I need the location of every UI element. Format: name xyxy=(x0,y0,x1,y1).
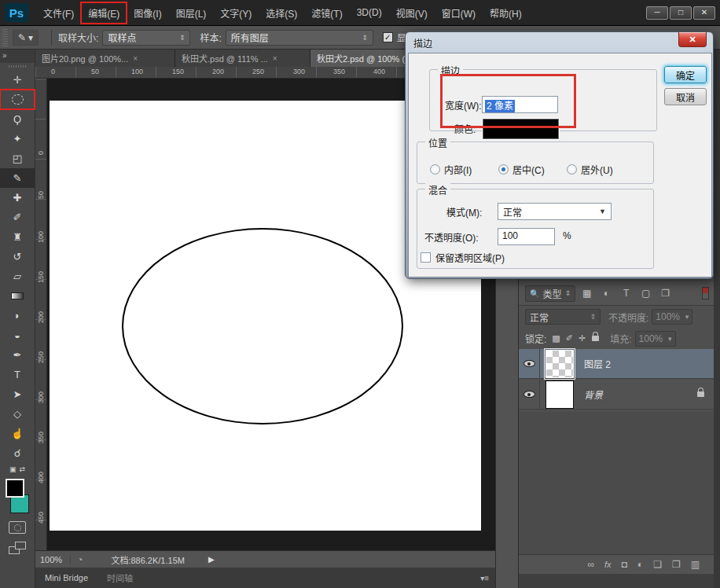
document-tab-2[interactable]: 秋田犬.psd @ 111% ... × xyxy=(175,50,310,67)
fill-field[interactable]: 100% ▾ xyxy=(635,331,676,347)
adjustment-layer-icon[interactable]: ◐ xyxy=(637,559,643,570)
magic-wand-tool[interactable]: ✦ xyxy=(0,129,35,149)
menu-view[interactable]: 视图(V) xyxy=(389,2,435,24)
eyedropper-tool[interactable]: ✎ xyxy=(0,168,35,188)
layer-thumbnail[interactable] xyxy=(546,381,573,408)
layer-row-background[interactable]: 背景 xyxy=(519,380,714,410)
sample-select[interactable]: 所有图层 ⇕ xyxy=(226,30,373,46)
dialog-title: 描边 xyxy=(413,36,432,50)
minimize-button[interactable]: ─ xyxy=(646,6,668,20)
menu-layer[interactable]: 图层(L) xyxy=(169,2,214,24)
new-layer-icon[interactable]: ❐ xyxy=(672,559,681,570)
gradient-tool[interactable] xyxy=(0,286,35,306)
visibility-cell[interactable] xyxy=(519,349,540,379)
panel-menu-icon[interactable]: ▾≡ xyxy=(480,574,489,582)
tab-mini-bridge[interactable]: Mini Bridge xyxy=(35,570,97,586)
filter-shape-layers-icon[interactable]: ▢ xyxy=(637,288,654,299)
crop-tool[interactable]: ◰ xyxy=(0,149,35,168)
healing-brush-tool[interactable]: ✚ xyxy=(0,188,35,208)
visibility-cell[interactable] xyxy=(519,380,540,410)
mode-select[interactable]: 正常 ▼ xyxy=(498,203,612,220)
menu-select[interactable]: 选择(S) xyxy=(259,2,304,24)
tool-panel-collapse[interactable]: » xyxy=(0,50,35,63)
lock-all-icon[interactable] xyxy=(592,336,599,341)
opacity-field[interactable]: 100% ▾ xyxy=(652,309,692,325)
lasso-tool[interactable]: Ϙ xyxy=(0,109,35,129)
zoom-tool[interactable]: ☌ xyxy=(0,443,35,463)
ruler-tick: 300 xyxy=(293,68,305,75)
layer-thumbnail[interactable] xyxy=(546,351,573,377)
filter-adjustment-layers-icon[interactable]: ◐ xyxy=(598,288,615,299)
ruler-tick: 100 xyxy=(131,68,143,75)
blend-mode-select[interactable]: 正常 ⇕ xyxy=(525,309,601,325)
eraser-tool[interactable]: ▱ xyxy=(0,266,35,286)
menu-window[interactable]: 窗口(W) xyxy=(435,2,483,24)
layer-name[interactable]: 图层 2 xyxy=(584,357,611,370)
layer-style-icon[interactable]: fx xyxy=(604,560,612,569)
dodge-tool[interactable]: ◒ xyxy=(0,325,35,345)
layer-lock-icon xyxy=(697,391,704,397)
new-group-icon[interactable]: ❏ xyxy=(653,559,662,570)
radio-center[interactable]: 居中(C) xyxy=(498,163,545,176)
dialog-opacity-input[interactable]: 100 xyxy=(498,228,555,245)
delete-layer-icon[interactable]: ▥ xyxy=(691,559,700,570)
filter-toggle-icon[interactable] xyxy=(702,287,709,300)
menu-image[interactable]: 图像(I) xyxy=(127,2,168,24)
tab-close-icon[interactable]: × xyxy=(273,54,277,63)
maximize-button[interactable]: □ xyxy=(670,6,692,20)
options-bar-grip[interactable] xyxy=(2,29,8,46)
quick-mask-button[interactable] xyxy=(9,521,26,534)
shape-tool[interactable]: ◇ xyxy=(0,404,35,424)
pen-tool[interactable]: ✒ xyxy=(0,345,35,365)
menu-3d[interactable]: 3D(D) xyxy=(350,3,389,22)
elliptical-marquee-tool[interactable] xyxy=(0,90,35,109)
default-colors-icon[interactable]: ▣ xyxy=(9,465,17,473)
document-tab-1[interactable]: 图片20.png @ 100%... × xyxy=(35,50,175,67)
tab-timeline[interactable]: 时间轴 xyxy=(97,568,142,587)
radio-outside[interactable]: 居外(U) xyxy=(567,163,613,176)
layer-mask-icon[interactable]: ◘ xyxy=(622,559,627,570)
path-selection-tool[interactable]: ➤ xyxy=(0,384,35,404)
preserve-transparency-checkbox[interactable] xyxy=(421,252,431,263)
layer-row-layer2[interactable]: 图层 2 xyxy=(519,349,714,379)
lock-pixels-icon[interactable]: ✐ xyxy=(566,333,573,344)
hand-tool[interactable]: ☝ xyxy=(0,424,35,443)
ok-button[interactable]: 确定 xyxy=(664,66,707,83)
tab-close-icon[interactable]: × xyxy=(133,54,138,63)
menu-type[interactable]: 文字(Y) xyxy=(213,2,259,24)
screen-mode-button[interactable] xyxy=(9,542,26,554)
filter-smart-objects-icon[interactable]: ❐ xyxy=(657,288,674,299)
elliptical-marquee-icon xyxy=(12,94,24,105)
menu-help[interactable]: 帮助(H) xyxy=(483,2,529,24)
filter-kind-select[interactable]: 🔍 类型 ⇕ xyxy=(525,285,575,302)
sample-size-select[interactable]: 取样点 ⇕ xyxy=(102,30,190,46)
clone-stamp-tool[interactable]: ♜ xyxy=(0,227,35,247)
history-brush-tool[interactable]: ↺ xyxy=(0,247,35,266)
filter-type-layers-icon[interactable]: T xyxy=(618,288,634,299)
link-layers-icon[interactable]: ∞ xyxy=(588,559,595,570)
ruler-tick: 300 xyxy=(37,391,45,403)
cancel-button[interactable]: 取消 xyxy=(664,88,707,105)
menu-edit[interactable]: 编辑(E) xyxy=(81,2,127,24)
current-tool-chip[interactable]: ✎ ▾ xyxy=(13,30,39,46)
move-tool[interactable]: ✛ xyxy=(0,70,35,90)
zoom-level-field[interactable]: 100% xyxy=(35,555,71,564)
brush-tool[interactable]: ✐ xyxy=(0,208,35,227)
layer-name[interactable]: 背景 xyxy=(584,388,603,401)
status-menu-arrow-icon[interactable]: ▶ xyxy=(208,555,215,564)
foreground-color-swatch[interactable] xyxy=(6,479,24,498)
swap-colors-icon[interactable]: ⇄ xyxy=(19,465,25,473)
tool-panel-grip[interactable] xyxy=(0,63,35,70)
lock-position-icon[interactable]: ✛ xyxy=(579,333,586,344)
close-button[interactable]: ✕ xyxy=(693,6,715,20)
menu-file[interactable]: 文件(F) xyxy=(36,2,81,24)
type-tool[interactable]: T xyxy=(0,365,35,384)
filter-pixel-layers-icon[interactable]: ▦ xyxy=(579,288,595,299)
radio-inside[interactable]: 内部(I) xyxy=(430,163,472,176)
move-icon: ✛ xyxy=(13,75,22,85)
lock-transparency-icon[interactable]: ▩ xyxy=(552,333,560,344)
dialog-close-button[interactable]: ✕ xyxy=(678,32,707,47)
show-sampling-ring-checkbox[interactable]: ✓ xyxy=(383,32,393,42)
blur-tool[interactable]: ◗ xyxy=(0,306,35,325)
menu-filter[interactable]: 滤镜(T) xyxy=(304,2,349,24)
